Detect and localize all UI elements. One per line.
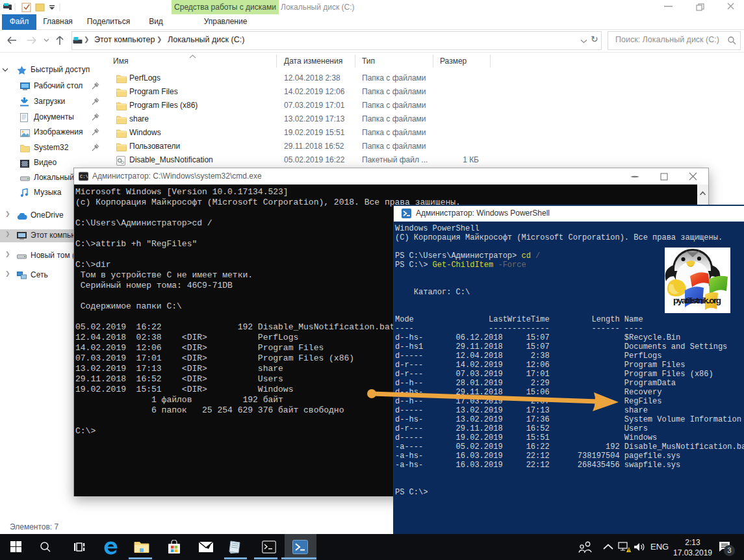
svg-text:pyatilistnik.org: pyatilistnik.org (673, 296, 721, 305)
svg-text:C:\: C:\ (80, 174, 88, 179)
